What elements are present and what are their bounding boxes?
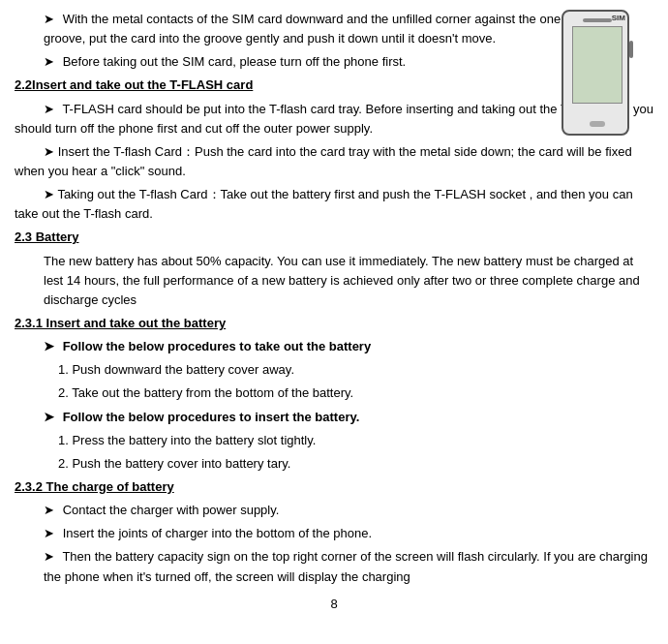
page-number: 8 (15, 597, 653, 611)
phone-illustration: SIM (537, 10, 653, 145)
section-2-3-2-heading: 2.3.2 The charge of battery (15, 477, 653, 497)
phone-body: SIM (562, 10, 629, 136)
follow1-step1: 1. Push downward the battery cover away. (58, 360, 653, 380)
phone-speaker (583, 18, 612, 22)
arrow-bullet-5: ➤ (44, 187, 54, 201)
tflash-para2: ➤ Insert the T-flash Card：Push the card … (15, 142, 653, 181)
follow2-step1: 1. Press the battery into the battery sl… (58, 431, 653, 450)
tflash-para3: ➤ Taking out the T-flash Card：Take out t… (15, 185, 653, 224)
arrow-bullet-9: ➤ (44, 524, 54, 543)
charge-para1: ➤ Contact the charger with power supply. (44, 501, 653, 520)
charge-para3: ➤ Then the battery capacity sign on the … (44, 547, 653, 586)
phone-button (590, 121, 605, 127)
arrow-bullet-2: ➤ (44, 52, 54, 72)
phone-side-button (629, 41, 633, 58)
section-2-3-heading: 2.3 Battery (15, 228, 653, 247)
arrow-bullet-4: ➤ (44, 144, 54, 159)
battery-para: The new battery has about 50% capacity. … (44, 252, 653, 310)
arrow-bullet-8: ➤ (44, 501, 54, 520)
sim-label: SIM (612, 14, 625, 22)
charge-para2: ➤ Insert the joints of charger into the … (44, 524, 653, 543)
section-2-3-1-heading: 2.3.1 Insert and take out the battery (15, 314, 653, 333)
arrow-bullet-1: ➤ (44, 10, 54, 29)
follow2-label: ➤ Follow the below procedures to insert … (44, 408, 653, 427)
arrow-bullet-7: ➤ (44, 408, 54, 427)
page-content: SIM ➤ With the metal contacts of the SIM… (15, 10, 653, 611)
follow2-step2: 2. Push the battery cover into battery t… (58, 454, 653, 474)
follow1-label: ➤ Follow the below procedures to take ou… (44, 337, 653, 356)
arrow-bullet-10: ➤ (44, 547, 54, 567)
arrow-bullet-3: ➤ (44, 100, 54, 119)
phone-screen (572, 26, 622, 104)
arrow-bullet-6: ➤ (44, 337, 54, 356)
follow1-step2: 2. Take out the battery from the bottom … (58, 383, 653, 403)
